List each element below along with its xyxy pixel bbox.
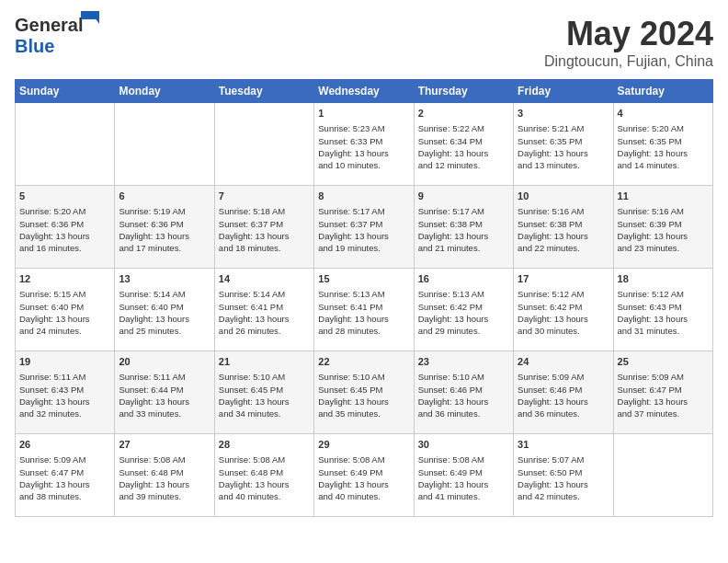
day-content: Sunset: 6:44 PM — [119, 384, 210, 396]
day-content: Sunset: 6:49 PM — [318, 466, 409, 478]
day-content: Sunset: 6:35 PM — [518, 135, 609, 147]
day-content: Sunrise: 5:11 AM — [19, 371, 110, 383]
calendar-table: Sunday Monday Tuesday Wednesday Thursday… — [15, 79, 713, 517]
day-content: Sunset: 6:45 PM — [219, 384, 310, 396]
calendar-week-4: 26Sunrise: 5:09 AMSunset: 6:47 PMDayligh… — [16, 434, 713, 517]
day-number: 16 — [418, 272, 509, 286]
day-content: and 21 minutes. — [418, 242, 509, 254]
day-content: and 22 minutes. — [518, 242, 609, 254]
header-friday: Friday — [514, 80, 613, 103]
day-content: Sunrise: 5:12 AM — [518, 288, 609, 300]
day-content: Sunrise: 5:11 AM — [119, 371, 210, 383]
day-content: Sunset: 6:45 PM — [318, 384, 409, 396]
header-tuesday: Tuesday — [214, 80, 313, 103]
day-content: Sunrise: 5:09 AM — [19, 454, 110, 465]
day-number: 30 — [418, 438, 509, 452]
day-content: Sunrise: 5:13 AM — [318, 288, 409, 300]
day-content: Daylight: 13 hours — [119, 313, 210, 325]
day-content: Daylight: 13 hours — [518, 313, 609, 325]
day-content: and 23 minutes. — [618, 242, 709, 254]
header-saturday: Saturday — [613, 80, 712, 103]
day-number: 9 — [418, 190, 509, 203]
day-content: and 42 minutes. — [518, 490, 609, 502]
location: Dingtoucun, Fujian, China — [544, 53, 713, 70]
day-content: and 12 minutes. — [418, 159, 509, 171]
day-content: Daylight: 13 hours — [518, 478, 609, 490]
day-content: and 28 minutes. — [318, 325, 409, 337]
day-content: and 10 minutes. — [318, 159, 409, 171]
page-header: General Blue May 2024 Dingtoucun, Fujian… — [15, 15, 713, 70]
day-content: Daylight: 13 hours — [219, 313, 310, 325]
calendar-cell: 5Sunrise: 5:20 AMSunset: 6:36 PMDaylight… — [16, 186, 115, 269]
day-content: Daylight: 13 hours — [19, 396, 110, 408]
day-content: Sunrise: 5:14 AM — [219, 288, 310, 300]
day-number: 23 — [418, 355, 509, 369]
calendar-cell: 19Sunrise: 5:11 AMSunset: 6:43 PMDayligh… — [16, 351, 115, 434]
day-number: 12 — [19, 272, 110, 286]
calendar-cell: 3Sunrise: 5:21 AMSunset: 6:35 PMDaylight… — [514, 103, 613, 186]
day-content: Daylight: 13 hours — [119, 396, 210, 408]
day-content: and 36 minutes. — [418, 408, 509, 419]
day-number: 11 — [618, 190, 709, 203]
day-content: Sunset: 6:48 PM — [219, 466, 310, 478]
logo-blue-text: Blue — [15, 36, 54, 56]
calendar-cell — [214, 103, 313, 186]
day-content: Daylight: 13 hours — [618, 396, 709, 408]
day-content: Daylight: 13 hours — [19, 230, 110, 242]
calendar-cell: 17Sunrise: 5:12 AMSunset: 6:42 PMDayligh… — [514, 269, 613, 351]
day-content: Sunset: 6:37 PM — [219, 218, 310, 230]
day-content: and 39 minutes. — [119, 490, 210, 502]
day-content: Sunrise: 5:20 AM — [19, 205, 110, 217]
day-number: 28 — [219, 438, 310, 452]
day-content: and 34 minutes. — [219, 408, 310, 419]
day-content: Sunrise: 5:19 AM — [119, 205, 210, 217]
day-content: Sunset: 6:50 PM — [518, 466, 609, 478]
day-content: Sunset: 6:39 PM — [618, 218, 709, 230]
calendar-cell: 7Sunrise: 5:18 AMSunset: 6:37 PMDaylight… — [214, 186, 313, 269]
day-number: 15 — [318, 272, 409, 286]
month-title: May 2024 — [544, 15, 713, 53]
day-content: Sunrise: 5:20 AM — [618, 122, 709, 134]
calendar-cell: 10Sunrise: 5:16 AMSunset: 6:38 PMDayligh… — [514, 186, 613, 269]
day-content: Sunrise: 5:10 AM — [318, 371, 409, 383]
day-content: Daylight: 13 hours — [219, 478, 310, 490]
header-thursday: Thursday — [414, 80, 513, 103]
day-number: 27 — [119, 438, 210, 452]
day-content: and 38 minutes. — [19, 490, 110, 502]
day-number: 25 — [618, 355, 709, 369]
day-number: 24 — [518, 355, 609, 369]
calendar-cell: 22Sunrise: 5:10 AMSunset: 6:45 PMDayligh… — [314, 351, 414, 434]
calendar-cell: 26Sunrise: 5:09 AMSunset: 6:47 PMDayligh… — [16, 434, 115, 517]
day-content: and 32 minutes. — [19, 408, 110, 419]
day-number: 1 — [318, 107, 409, 121]
day-number: 8 — [318, 190, 409, 203]
day-content: Daylight: 13 hours — [618, 147, 709, 159]
day-content: Sunrise: 5:07 AM — [518, 454, 609, 465]
calendar-cell: 16Sunrise: 5:13 AMSunset: 6:42 PMDayligh… — [414, 269, 513, 351]
day-content: Daylight: 13 hours — [318, 230, 409, 242]
day-content: Sunrise: 5:23 AM — [318, 122, 409, 134]
day-number: 29 — [318, 438, 409, 452]
calendar-cell: 4Sunrise: 5:20 AMSunset: 6:35 PMDaylight… — [613, 103, 712, 186]
calendar-cell: 24Sunrise: 5:09 AMSunset: 6:46 PMDayligh… — [514, 351, 613, 434]
day-content: Sunrise: 5:08 AM — [318, 454, 409, 465]
day-content: and 31 minutes. — [618, 325, 709, 337]
day-content: Daylight: 13 hours — [19, 478, 110, 490]
calendar-week-0: 1Sunrise: 5:23 AMSunset: 6:33 PMDaylight… — [16, 103, 713, 186]
day-number: 13 — [119, 272, 210, 286]
day-content: and 24 minutes. — [19, 325, 110, 337]
day-content: Daylight: 13 hours — [518, 396, 609, 408]
calendar-cell: 13Sunrise: 5:14 AMSunset: 6:40 PMDayligh… — [115, 269, 214, 351]
logo-flag-icon — [81, 11, 99, 24]
calendar-cell: 18Sunrise: 5:12 AMSunset: 6:43 PMDayligh… — [613, 269, 712, 351]
day-content: Sunset: 6:41 PM — [318, 301, 409, 313]
day-number: 20 — [119, 355, 210, 369]
calendar-week-3: 19Sunrise: 5:11 AMSunset: 6:43 PMDayligh… — [16, 351, 713, 434]
day-number: 7 — [219, 190, 310, 203]
header-sunday: Sunday — [16, 80, 115, 103]
day-content: Sunset: 6:46 PM — [418, 384, 509, 396]
calendar-header-row: Sunday Monday Tuesday Wednesday Thursday… — [16, 80, 713, 103]
day-content: Sunrise: 5:08 AM — [418, 454, 509, 465]
day-content: Sunset: 6:47 PM — [618, 384, 709, 396]
calendar-cell: 30Sunrise: 5:08 AMSunset: 6:49 PMDayligh… — [414, 434, 513, 517]
